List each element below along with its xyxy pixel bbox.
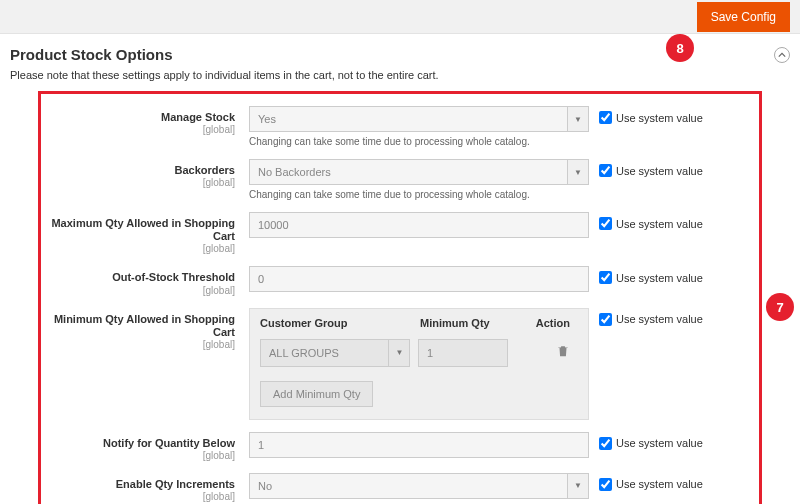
chevron-down-icon: ▼ [567, 159, 589, 185]
input-min-qty-value[interactable] [418, 339, 508, 367]
row-enable-qty-inc: Enable Qty Increments [global] ▼ Use sys… [49, 473, 751, 502]
section-title: Product Stock Options [10, 46, 173, 63]
use-system-label: Use system value [616, 313, 703, 325]
use-system-label: Use system value [616, 218, 703, 230]
col-header-min-qty: Minimum Qty [420, 317, 520, 329]
hint-manage-stock: Changing can take some time due to proce… [249, 136, 589, 147]
scope-label: [global] [49, 450, 235, 461]
checkbox-use-system-notify-qty[interactable] [599, 437, 612, 450]
select-manage-stock[interactable] [249, 106, 589, 132]
row-min-qty: Minimum Qty Allowed in Shopping Cart [gl… [49, 308, 751, 420]
checkbox-use-system-enable-qty-inc[interactable] [599, 478, 612, 491]
use-system-label: Use system value [616, 112, 703, 124]
row-backorders: Backorders [global] ▼ Changing can take … [49, 159, 751, 200]
scope-label: [global] [49, 285, 235, 296]
input-max-qty[interactable] [249, 212, 589, 238]
chevron-down-icon: ▼ [567, 473, 589, 499]
col-header-group: Customer Group [260, 317, 420, 329]
annotation-badge-7: 7 [766, 293, 794, 321]
min-qty-table: Customer Group Minimum Qty Action ▼ [249, 308, 589, 420]
section-note: Please note that these settings apply to… [0, 69, 800, 91]
scope-label: [global] [49, 177, 235, 188]
checkbox-use-system-min-qty[interactable] [599, 313, 612, 326]
label-notify-qty: Notify for Quantity Below [49, 437, 235, 450]
use-system-label: Use system value [616, 437, 703, 449]
checkbox-use-system-max-qty[interactable] [599, 217, 612, 230]
checkbox-use-system-manage-stock[interactable] [599, 111, 612, 124]
label-enable-qty-inc: Enable Qty Increments [49, 478, 235, 491]
form-area: Manage Stock [global] ▼ Changing can tak… [38, 91, 762, 504]
label-max-qty: Maximum Qty Allowed in Shopping Cart [49, 217, 235, 243]
row-oos-threshold: Out-of-Stock Threshold [global] Use syst… [49, 266, 751, 295]
label-oos-threshold: Out-of-Stock Threshold [49, 271, 235, 284]
collapse-icon[interactable] [774, 47, 790, 63]
checkbox-use-system-backorders[interactable] [599, 164, 612, 177]
save-config-button[interactable]: Save Config [697, 2, 790, 32]
select-backorders[interactable] [249, 159, 589, 185]
scope-label: [global] [49, 339, 235, 350]
trash-icon[interactable] [516, 344, 578, 361]
row-max-qty: Maximum Qty Allowed in Shopping Cart [gl… [49, 212, 751, 254]
use-system-label: Use system value [616, 272, 703, 284]
select-enable-qty-inc[interactable] [249, 473, 589, 499]
use-system-label: Use system value [616, 165, 703, 177]
label-manage-stock: Manage Stock [49, 111, 235, 124]
hint-backorders: Changing can take some time due to proce… [249, 189, 589, 200]
scope-label: [global] [49, 124, 235, 135]
scope-label: [global] [49, 243, 235, 254]
label-min-qty: Minimum Qty Allowed in Shopping Cart [49, 313, 235, 339]
annotation-badge-8: 8 [666, 34, 694, 62]
scope-label: [global] [49, 491, 235, 502]
label-backorders: Backorders [49, 164, 235, 177]
chevron-down-icon: ▼ [388, 339, 410, 367]
add-min-qty-button[interactable]: Add Minimum Qty [260, 381, 373, 407]
row-notify-qty: Notify for Quantity Below [global] Use s… [49, 432, 751, 461]
checkbox-use-system-oos-threshold[interactable] [599, 271, 612, 284]
row-manage-stock: Manage Stock [global] ▼ Changing can tak… [49, 106, 751, 147]
use-system-label: Use system value [616, 478, 703, 490]
chevron-down-icon: ▼ [567, 106, 589, 132]
input-oos-threshold[interactable] [249, 266, 589, 292]
input-notify-qty[interactable] [249, 432, 589, 458]
min-qty-row: ▼ [250, 333, 588, 373]
col-header-action: Action [520, 317, 578, 329]
